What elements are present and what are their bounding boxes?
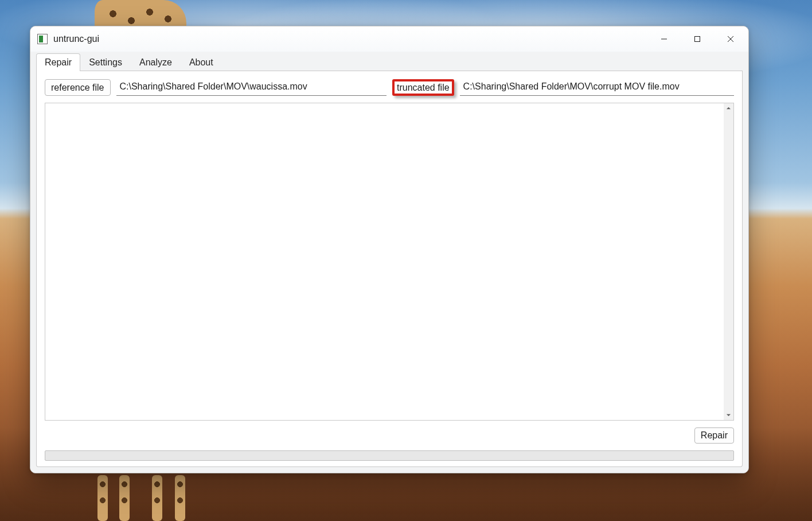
app-icon: [37, 34, 48, 44]
chevron-up-icon: [726, 106, 731, 111]
minimize-button[interactable]: [647, 26, 681, 52]
close-button[interactable]: [714, 26, 747, 52]
log-output-panel: [45, 103, 734, 421]
repair-button[interactable]: Repair: [694, 427, 734, 444]
app-window: untrunc-gui Repair Settings Analyze Abou…: [30, 26, 749, 473]
reference-file-button[interactable]: reference file: [45, 79, 111, 96]
reference-file-path-input[interactable]: [116, 79, 387, 96]
log-output[interactable]: [45, 103, 724, 420]
reference-file-group: reference file: [45, 79, 387, 96]
maximize-button[interactable]: [681, 26, 714, 52]
tab-repair[interactable]: Repair: [36, 53, 80, 71]
minimize-icon: [661, 36, 667, 42]
svg-rect-1: [695, 37, 700, 42]
tab-bar: Repair Settings Analyze About: [36, 52, 743, 71]
window-title: untrunc-gui: [53, 34, 99, 44]
log-scrollbar[interactable]: [724, 103, 733, 420]
truncated-file-button[interactable]: truncated file: [392, 79, 454, 96]
progress-bar: [45, 450, 734, 461]
scroll-up-button[interactable]: [724, 103, 733, 113]
tabpage-repair: reference file truncated file: [36, 71, 743, 467]
truncated-file-group: truncated file: [392, 79, 734, 96]
wallpaper-decor: [97, 471, 201, 521]
maximize-icon: [694, 36, 701, 42]
action-row: Repair: [45, 427, 734, 444]
titlebar[interactable]: untrunc-gui: [30, 26, 748, 52]
tab-settings[interactable]: Settings: [80, 53, 131, 71]
tab-analyze[interactable]: Analyze: [131, 53, 181, 71]
chevron-down-icon: [726, 413, 731, 418]
client-area: Repair Settings Analyze About reference …: [30, 52, 748, 473]
file-selection-row: reference file truncated file: [45, 79, 734, 96]
truncated-file-path-input[interactable]: [460, 79, 734, 96]
close-icon: [727, 36, 734, 42]
scroll-down-button[interactable]: [724, 410, 733, 420]
tab-about[interactable]: About: [181, 53, 222, 71]
